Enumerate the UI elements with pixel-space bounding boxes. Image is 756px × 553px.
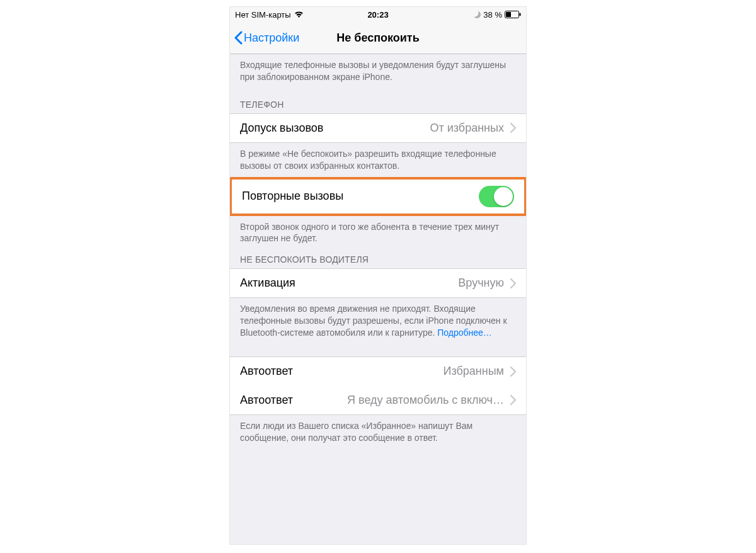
autoresponse-label-2: Автоответ	[240, 394, 293, 407]
phone-frame: Нет SIM-карты 20:23 38 % Настройки Не бе…	[229, 6, 527, 545]
moon-icon	[473, 11, 481, 18]
status-bar: Нет SIM-карты 20:23 38 %	[230, 7, 526, 22]
chevron-right-icon	[510, 367, 516, 377]
battery-percent: 38 %	[483, 10, 502, 20]
battery-icon	[505, 11, 521, 18]
section-driving-header: НЕ БЕСПОКОИТЬ ВОДИТЕЛЯ	[230, 249, 526, 268]
top-description: Входящие телефонные вызовы и уведомления…	[230, 54, 526, 88]
highlight-marker: Повторные вызовы	[230, 177, 526, 216]
repeated-calls-toggle[interactable]	[479, 186, 514, 207]
svg-rect-2	[520, 13, 521, 16]
section-phone-header: ТЕЛЕФОН	[230, 88, 526, 113]
allow-calls-value: От избранных	[323, 122, 510, 135]
back-button[interactable]: Настройки	[234, 31, 299, 45]
activation-value: Вручную	[295, 276, 510, 290]
autoresponse-message-row[interactable]: Автоответ Я веду автомобиль с включ…	[230, 385, 526, 415]
allow-calls-label: Допуск вызовов	[240, 122, 323, 135]
autoresponse-value-2: Я веду автомобиль с включ…	[293, 394, 510, 407]
repeated-calls-label: Повторные вызовы	[242, 190, 343, 203]
autoresponse-label-1: Автоответ	[240, 365, 293, 378]
back-label: Настройки	[244, 31, 299, 45]
activation-label: Активация	[240, 276, 295, 290]
chevron-right-icon	[510, 123, 516, 133]
repeated-calls-desc: Второй звонок одного и того же абонента …	[230, 216, 526, 250]
svg-rect-1	[506, 12, 511, 17]
repeated-calls-row[interactable]: Повторные вызовы	[232, 180, 524, 214]
activation-desc: Уведомления во время движения не приходя…	[230, 298, 526, 344]
chevron-right-icon	[510, 395, 516, 405]
allow-calls-row[interactable]: Допуск вызовов От избранных	[230, 113, 526, 143]
more-link[interactable]: Подробнее…	[437, 328, 492, 338]
autoresponse-desc: Если люди из Вашего списка «Избранное» н…	[230, 415, 526, 449]
chevron-left-icon	[234, 31, 243, 45]
allow-calls-desc: В режиме «Не беспокоить» разрешить входя…	[230, 143, 526, 177]
toggle-knob	[494, 187, 513, 206]
autoresponse-recipients-row[interactable]: Автоответ Избранным	[230, 356, 526, 386]
nav-bar: Настройки Не беспокоить	[230, 22, 526, 54]
autoresponse-value-1: Избранным	[293, 365, 510, 378]
activation-row[interactable]: Активация Вручную	[230, 268, 526, 298]
chevron-right-icon	[510, 278, 516, 288]
settings-content[interactable]: Входящие телефонные вызовы и уведомления…	[230, 54, 526, 545]
